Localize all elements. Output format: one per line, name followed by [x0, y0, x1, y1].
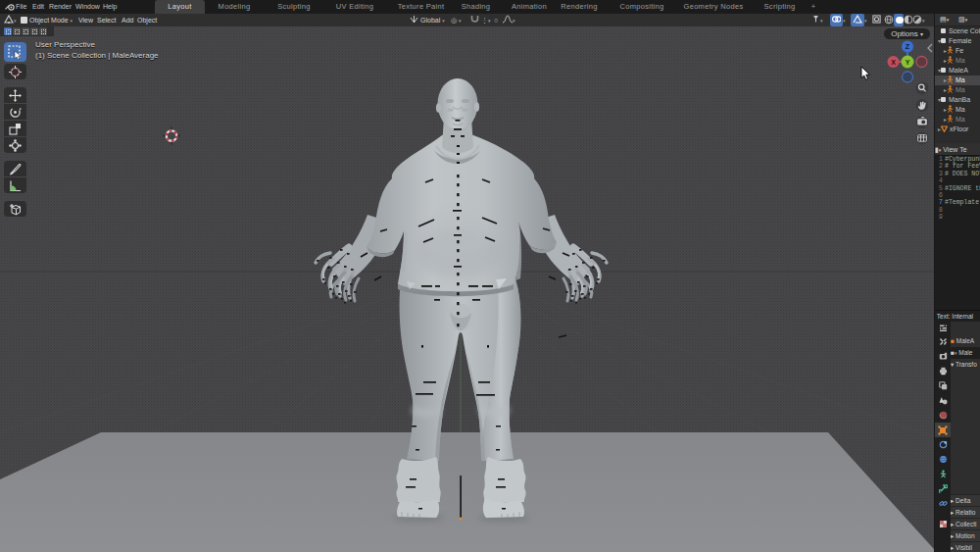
svg-text:X: X	[891, 59, 896, 66]
svg-text:Y: Y	[906, 59, 910, 66]
svg-text:Z: Z	[906, 43, 910, 50]
